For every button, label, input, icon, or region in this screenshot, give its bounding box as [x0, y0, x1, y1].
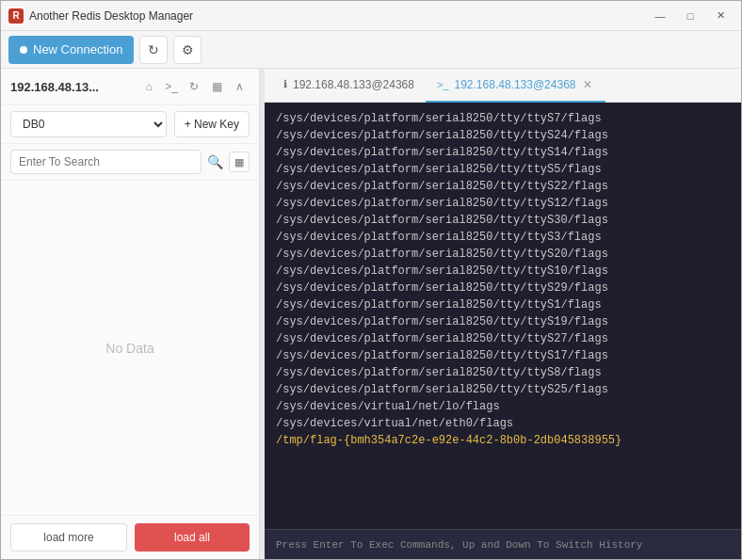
terminal-input-bar: Press Enter To Exec Commands, Up and Dow… [265, 529, 741, 559]
info-tab-label: 192.168.48.133@24368 [293, 78, 414, 91]
terminal-line: /sys/devices/platform/serial8250/tty/tty… [276, 296, 730, 313]
search-icon[interactable]: 🔍 [207, 154, 223, 169]
terminal-line: /sys/devices/platform/serial8250/tty/tty… [276, 127, 730, 144]
collapse-icon: ∧ [235, 80, 244, 93]
settings-button[interactable]: ⚙ [173, 36, 202, 64]
toolbar: New Connection ↻ ⚙ [1, 31, 741, 69]
load-all-button[interactable]: load all [135, 523, 250, 552]
home-icon: ⌂ [145, 80, 152, 93]
refresh-conn-icon: ↻ [189, 80, 199, 93]
new-key-button[interactable]: + New Key [174, 111, 250, 137]
search-bar: 🔍 ▦ [1, 144, 259, 181]
search-input[interactable] [10, 150, 202, 174]
terminal-line: /sys/devices/virtual/net/eth0/flags [276, 415, 730, 432]
terminal-line: /sys/devices/platform/serial8250/tty/tty… [276, 330, 730, 347]
window-controls: — □ ✕ [647, 7, 734, 25]
terminal-line: /sys/devices/platform/serial8250/tty/tty… [276, 381, 730, 398]
collapse-button[interactable]: ∧ [229, 76, 250, 97]
terminal-tab-label: 192.168.48.133@24368 [455, 78, 576, 91]
db-controls: DB0 + New Key [1, 105, 259, 144]
tab-terminal[interactable]: >_ 192.168.48.133@24368 ✕ [426, 69, 606, 103]
terminal-tab-icon: >_ [437, 79, 449, 90]
terminal-line: /sys/devices/platform/serial8250/tty/tty… [276, 280, 730, 296]
terminal-line: /sys/devices/platform/serial8250/tty/tty… [276, 313, 730, 330]
terminal-line: /sys/devices/platform/serial8250/tty/tty… [276, 263, 730, 280]
new-connection-button[interactable]: New Connection [8, 36, 134, 64]
tab-info[interactable]: ℹ 192.168.48.133@24368 [272, 69, 426, 103]
terminal-line: /sys/devices/platform/serial8250/tty/tty… [276, 347, 730, 364]
load-more-button[interactable]: load more [10, 523, 127, 552]
key-list: No Data [1, 181, 259, 515]
terminal-line: /sys/devices/platform/serial8250/tty/tty… [276, 161, 730, 178]
refresh-conn-button[interactable]: ↻ [184, 76, 204, 97]
terminal-line: /sys/devices/platform/serial8250/tty/tty… [276, 144, 730, 161]
no-data-label: No Data [105, 341, 153, 356]
close-button[interactable]: ✕ [707, 7, 734, 25]
terminal-line: /sys/devices/platform/serial8250/tty/tty… [276, 212, 730, 229]
tab-bar: ℹ 192.168.48.133@24368 >_ 192.168.48.133… [265, 69, 741, 103]
terminal-line: /sys/devices/platform/serial8250/tty/tty… [276, 229, 730, 246]
terminal-line: /sys/devices/platform/serial8250/tty/tty… [276, 364, 730, 381]
settings-icon: ⚙ [182, 42, 194, 57]
grid-view-button[interactable]: ▦ [206, 76, 227, 97]
main-content: 192.168.48.13... ⌂ >_ ↻ ▦ ∧ [1, 69, 741, 559]
terminal-line: /sys/devices/virtual/net/lo/flags [276, 398, 730, 415]
home-icon-button[interactable]: ⌂ [138, 76, 159, 97]
connection-header: 192.168.48.13... ⌂ >_ ↻ ▦ ∧ [1, 69, 259, 105]
terminal-icon: >_ [165, 80, 178, 93]
terminal-output[interactable]: /sys/devices/platform/serial8250/tty/tty… [265, 103, 741, 529]
terminal-line: /sys/devices/platform/serial8250/tty/tty… [276, 246, 730, 263]
terminal-line: /tmp/flag-{bmh354a7c2e-e92e-44c2-8b0b-2d… [276, 432, 730, 449]
new-connection-label: New Connection [33, 42, 122, 56]
grid-icon: ▦ [212, 80, 222, 93]
terminal-line: /sys/devices/platform/serial8250/tty/tty… [276, 110, 730, 127]
right-panel: ℹ 192.168.48.133@24368 >_ 192.168.48.133… [265, 69, 741, 559]
titlebar: R Another Redis Desktop Manager — □ ✕ [1, 1, 741, 31]
minimize-button[interactable]: — [647, 7, 673, 25]
db-select[interactable]: DB0 [10, 111, 167, 137]
left-panel: 192.168.48.13... ⌂ >_ ↻ ▦ ∧ [1, 69, 260, 559]
terminal-input-hint: Press Enter To Exec Commands, Up and Dow… [276, 539, 642, 551]
new-key-label: + New Key [185, 118, 239, 131]
close-tab-button[interactable]: ✕ [581, 78, 594, 91]
refresh-icon: ↻ [148, 42, 159, 57]
terminal-line: /sys/devices/platform/serial8250/tty/tty… [276, 178, 730, 195]
info-tab-icon: ℹ [283, 78, 287, 90]
refresh-button[interactable]: ↻ [139, 36, 168, 64]
filter-icon: ▦ [234, 156, 244, 168]
maximize-button[interactable]: □ [677, 7, 703, 25]
app-title: Another Redis Desktop Manager [29, 9, 647, 23]
connection-dot [20, 46, 27, 54]
connection-name: 192.168.48.13... [10, 80, 135, 94]
filter-button[interactable]: ▦ [229, 152, 250, 172]
terminal-line: /sys/devices/platform/serial8250/tty/tty… [276, 195, 730, 212]
connection-header-icons: ⌂ >_ ↻ ▦ ∧ [138, 76, 250, 97]
terminal-icon-button[interactable]: >_ [161, 76, 182, 97]
left-footer: load more load all [1, 515, 259, 559]
app-icon: R [8, 8, 24, 24]
